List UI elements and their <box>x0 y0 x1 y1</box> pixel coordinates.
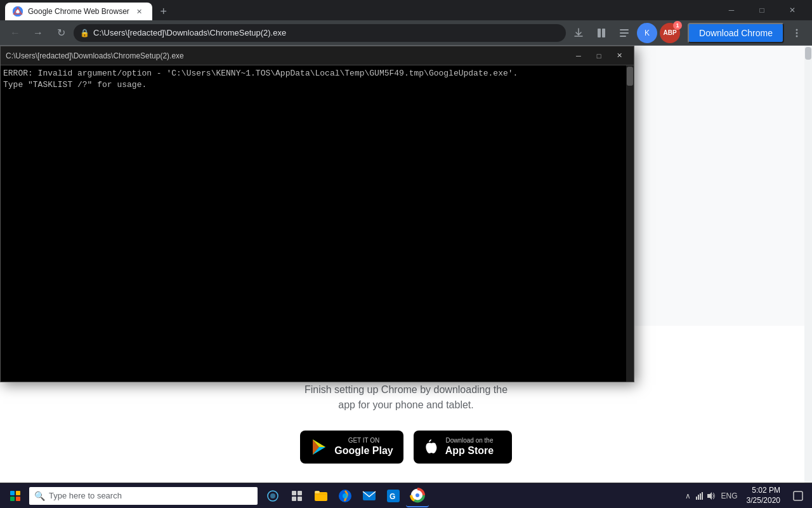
svg-point-8 <box>796 32 798 34</box>
svg-point-23 <box>343 493 348 498</box>
url-text: C:\Users\[redacted]\Downloads\ChromeSetu… <box>93 28 560 37</box>
cmd-close-button[interactable]: ✕ <box>610 50 629 62</box>
task-view-icon[interactable] <box>285 484 308 508</box>
google-play-text: GET IT ON Google Play <box>334 437 393 457</box>
app-store-large-text: App Store <box>445 444 494 457</box>
svg-rect-31 <box>698 495 699 500</box>
abp-extension-badge[interactable]: ABP 1 <box>660 23 680 43</box>
google-play-small-text: GET IT ON <box>334 437 393 444</box>
search-placeholder-text: Type here to search <box>49 491 122 500</box>
tab-list-icon[interactable] <box>614 23 634 43</box>
start-button[interactable] <box>3 484 28 508</box>
svg-point-29 <box>416 493 419 497</box>
cmd-maximize-button[interactable]: □ <box>589 50 608 62</box>
app-store-text: Download on the App Store <box>445 437 494 457</box>
forward-button[interactable]: → <box>28 23 48 43</box>
navigation-bar: ← → ↻ 🔒 C:\Users\[redacted]\Downloads\Ch… <box>0 20 812 46</box>
cortana-icon[interactable] <box>261 484 284 508</box>
nav-right-controls: K ABP 1 Download Chrome <box>568 23 807 43</box>
tab-title: Google Chrome Web Browser <box>28 7 129 16</box>
notification-button[interactable] <box>787 484 809 508</box>
svg-point-7 <box>796 29 798 30</box>
tab-close-btn[interactable]: ✕ <box>134 6 145 17</box>
google-play-icon <box>310 438 328 456</box>
apple-icon <box>424 438 439 456</box>
tray-icons: ∧ <box>683 491 716 501</box>
cmd-scrollbar-thumb[interactable] <box>627 67 633 86</box>
tab-area: Google Chrome Web Browser ✕ + <box>5 0 717 20</box>
svg-rect-20 <box>315 492 327 501</box>
svg-rect-17 <box>298 491 302 495</box>
profile-button[interactable]: K <box>637 23 657 43</box>
svg-rect-5 <box>620 32 629 34</box>
system-tray: ∧ ENG <box>683 484 809 508</box>
svg-rect-19 <box>298 497 302 501</box>
mail-icon[interactable] <box>358 485 381 507</box>
svg-point-9 <box>796 35 798 37</box>
tray-up-arrow[interactable]: ∧ <box>683 491 693 501</box>
language-indicator[interactable]: ENG <box>719 491 740 500</box>
taskbar-pinned-icons: G <box>261 484 429 508</box>
file-explorer-icon[interactable] <box>310 485 332 507</box>
store-buttons-group: GET IT ON Google Play Download on the <box>0 431 812 464</box>
svg-point-15 <box>270 493 275 498</box>
google-play-large-text: Google Play <box>334 444 393 457</box>
svg-text:G: G <box>390 492 395 501</box>
svg-rect-32 <box>700 493 701 500</box>
cmd-scrollbar[interactable] <box>626 65 634 382</box>
address-bar[interactable]: 🔒 C:\Users\[redacted]\Downloads\ChromeSe… <box>74 24 566 42</box>
svg-rect-2 <box>598 29 601 37</box>
lock-icon: 🔒 <box>80 29 89 37</box>
cmd-title-bar: C:\Users\[redacted]\Downloads\ChromeSetu… <box>1 46 634 65</box>
svg-marker-34 <box>707 492 712 500</box>
window-controls: ─ □ ✕ <box>717 0 807 20</box>
menu-button[interactable] <box>787 23 807 43</box>
cmd-window-controls: ─ □ ✕ <box>569 50 629 62</box>
back-button[interactable]: ← <box>5 23 25 43</box>
download-chrome-button[interactable]: Download Chrome <box>688 23 784 43</box>
clock-date: 3/25/2020 <box>747 496 780 506</box>
search-icon: 🔍 <box>34 491 45 501</box>
svg-rect-30 <box>696 497 697 500</box>
refresh-button[interactable]: ↻ <box>51 23 71 43</box>
svg-rect-4 <box>620 29 629 30</box>
svg-rect-6 <box>620 36 626 37</box>
windows-logo-icon <box>10 491 20 501</box>
abp-count-badge: 1 <box>673 21 682 30</box>
minimize-button[interactable]: ─ <box>717 0 746 20</box>
svg-rect-16 <box>292 491 296 495</box>
cmd-minimize-button[interactable]: ─ <box>569 50 588 62</box>
cmd-title-text: C:\Users\[redacted]\Downloads\ChromeSetu… <box>6 51 569 60</box>
title-bar: Google Chrome Web Browser ✕ + ─ □ ✕ <box>0 0 812 20</box>
svg-rect-35 <box>794 491 802 500</box>
cmd-output: ERROR: Invalid argument/option - 'C:\Use… <box>3 68 631 91</box>
volume-icon[interactable] <box>706 491 716 501</box>
downloads-icon[interactable] <box>568 23 589 43</box>
svg-rect-18 <box>292 497 296 501</box>
cmd-window: C:\Users\[redacted]\Downloads\ChromeSetu… <box>0 46 634 382</box>
new-tab-button[interactable]: + <box>155 3 173 20</box>
cmd-body: ERROR: Invalid argument/option - 'C:\Use… <box>1 65 634 382</box>
chrome-taskbar-icon[interactable] <box>406 485 429 507</box>
bookmarks-icon[interactable] <box>591 23 612 43</box>
taskbar: 🔍 Type here to search <box>0 483 812 508</box>
tab-favicon <box>13 6 23 17</box>
google-play-button[interactable]: GET IT ON Google Play <box>300 431 403 464</box>
page-scrollbar[interactable] <box>804 46 812 483</box>
network-icon[interactable] <box>695 491 705 501</box>
firefox-icon[interactable] <box>334 485 357 507</box>
blue-app-icon[interactable]: G <box>382 485 405 507</box>
active-tab[interactable]: Google Chrome Web Browser ✕ <box>5 3 152 20</box>
page-content: C:\Users\[redacted]\Downloads\ChromeSetu… <box>0 46 812 483</box>
svg-rect-21 <box>315 491 320 493</box>
app-store-small-text: Download on the <box>445 437 494 444</box>
close-button[interactable]: ✕ <box>778 0 807 20</box>
clock-time: 5:02 PM <box>747 486 780 496</box>
taskbar-search-bar[interactable]: 🔍 Type here to search <box>29 487 258 505</box>
system-clock[interactable]: 5:02 PM 3/25/2020 <box>743 486 784 505</box>
thank-you-subtitle: Finish setting up Chrome by downloading … <box>0 382 812 413</box>
scrollbar-thumb[interactable] <box>805 47 811 60</box>
svg-rect-3 <box>602 29 605 37</box>
app-store-button[interactable]: Download on the App Store <box>414 431 512 464</box>
maximize-button[interactable]: □ <box>747 0 776 20</box>
